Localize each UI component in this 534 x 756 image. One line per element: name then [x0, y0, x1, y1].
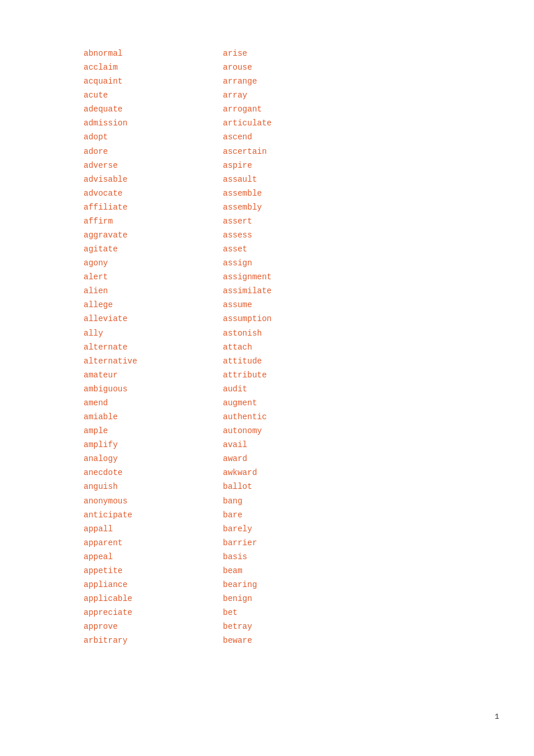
- list-item: acquaint: [84, 74, 223, 88]
- list-item: beware: [223, 633, 362, 647]
- list-item: arbitrary: [84, 633, 223, 647]
- list-item: anticipate: [84, 508, 223, 522]
- list-item: authentic: [223, 410, 362, 424]
- list-item: applicable: [84, 592, 223, 606]
- list-item: admission: [84, 116, 223, 130]
- right-column: arisearousearrangearrayarrogantarticulat…: [223, 46, 362, 647]
- list-item: analogy: [84, 452, 223, 466]
- list-item: award: [223, 452, 362, 466]
- list-item: amplify: [84, 438, 223, 452]
- list-item: appeal: [84, 550, 223, 564]
- list-item: abnormal: [84, 46, 223, 60]
- list-item: amiable: [84, 410, 223, 424]
- list-item: alternative: [84, 354, 223, 368]
- list-item: adverse: [84, 159, 223, 172]
- list-item: agitate: [84, 242, 223, 256]
- list-item: barrier: [223, 536, 362, 550]
- list-item: assimilate: [223, 284, 362, 298]
- list-item: ballot: [223, 480, 362, 494]
- page-number: 1: [495, 712, 499, 721]
- list-item: assert: [223, 214, 362, 228]
- list-item: arouse: [223, 60, 362, 74]
- list-item: amend: [84, 396, 223, 410]
- list-item: alleviate: [84, 312, 223, 326]
- list-item: acclaim: [84, 60, 223, 74]
- list-item: assume: [223, 298, 362, 312]
- page-container: abnormalacclaimacquaintacuteadequateadmi…: [0, 0, 534, 756]
- list-item: ascertain: [223, 145, 362, 159]
- list-item: awkward: [223, 466, 362, 480]
- list-item: assembly: [223, 200, 362, 214]
- list-item: apparent: [84, 536, 223, 550]
- list-item: adopt: [84, 130, 223, 144]
- list-item: assemble: [223, 186, 362, 200]
- list-item: assess: [223, 228, 362, 242]
- list-item: advocate: [84, 186, 223, 200]
- word-columns: abnormalacclaimacquaintacuteadequateadmi…: [0, 46, 534, 647]
- list-item: agony: [84, 256, 223, 270]
- list-item: audit: [223, 382, 362, 396]
- list-item: alert: [84, 270, 223, 284]
- list-item: appreciate: [84, 606, 223, 620]
- list-item: bare: [223, 508, 362, 522]
- list-item: avail: [223, 438, 362, 452]
- list-item: anecdote: [84, 466, 223, 480]
- list-item: assumption: [223, 312, 362, 326]
- list-item: astonish: [223, 326, 362, 340]
- list-item: adequate: [84, 102, 223, 116]
- list-item: betray: [223, 620, 362, 633]
- list-item: adore: [84, 145, 223, 159]
- list-item: appall: [84, 522, 223, 536]
- list-item: bearing: [223, 578, 362, 592]
- list-item: assign: [223, 256, 362, 270]
- list-item: amateur: [84, 368, 223, 382]
- list-item: barely: [223, 522, 362, 536]
- list-item: ample: [84, 424, 223, 438]
- list-item: appliance: [84, 578, 223, 592]
- list-item: bet: [223, 606, 362, 620]
- list-item: basis: [223, 550, 362, 564]
- list-item: aspire: [223, 159, 362, 172]
- list-item: attribute: [223, 368, 362, 382]
- list-item: assignment: [223, 270, 362, 284]
- list-item: ally: [84, 326, 223, 340]
- list-item: affiliate: [84, 200, 223, 214]
- list-item: benign: [223, 592, 362, 606]
- list-item: affirm: [84, 214, 223, 228]
- list-item: arise: [223, 46, 362, 60]
- list-item: asset: [223, 242, 362, 256]
- list-item: arrogant: [223, 102, 362, 116]
- list-item: array: [223, 88, 362, 102]
- list-item: assault: [223, 172, 362, 186]
- list-item: anguish: [84, 480, 223, 494]
- list-item: appetite: [84, 564, 223, 578]
- list-item: attitude: [223, 354, 362, 368]
- list-item: bang: [223, 494, 362, 508]
- list-item: allege: [84, 298, 223, 312]
- left-column: abnormalacclaimacquaintacuteadequateadmi…: [84, 46, 223, 647]
- list-item: ambiguous: [84, 382, 223, 396]
- list-item: arrange: [223, 74, 362, 88]
- list-item: anonymous: [84, 494, 223, 508]
- list-item: augment: [223, 396, 362, 410]
- list-item: alternate: [84, 340, 223, 354]
- list-item: advisable: [84, 172, 223, 186]
- list-item: articulate: [223, 116, 362, 130]
- list-item: acute: [84, 88, 223, 102]
- list-item: aggravate: [84, 228, 223, 242]
- list-item: alien: [84, 284, 223, 298]
- list-item: autonomy: [223, 424, 362, 438]
- list-item: beam: [223, 564, 362, 578]
- list-item: attach: [223, 340, 362, 354]
- list-item: ascend: [223, 130, 362, 144]
- list-item: approve: [84, 620, 223, 633]
